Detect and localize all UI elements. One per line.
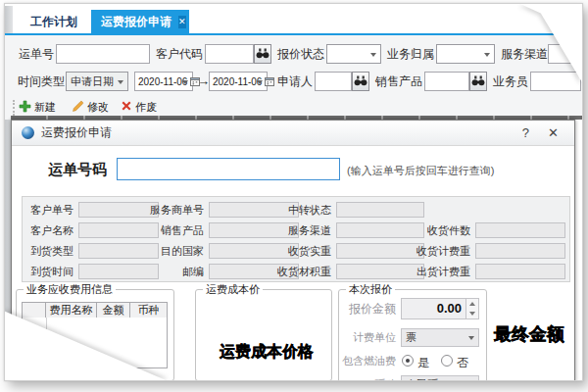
spin-down-button[interactable] [466, 309, 478, 318]
cost-overlay-text: 运费成本价格 [200, 342, 333, 363]
new-button-label: 新建 [34, 100, 56, 115]
dialog-close-button[interactable]: ✕ [548, 125, 559, 141]
pencil-icon [72, 100, 84, 115]
binoculars-icon [256, 45, 270, 63]
sales-product-lookup-button[interactable] [469, 72, 487, 91]
tab-freight-quote[interactable]: 运费报价申请 ✕ [91, 10, 189, 33]
field-label: 邮编 [145, 264, 204, 279]
waybill-number-label: 运单号码 [48, 161, 107, 179]
chevron-down-icon [468, 336, 474, 340]
quote-status-label: 报价状态 [277, 44, 324, 64]
time-type-select[interactable]: 申请日期 [66, 72, 128, 91]
fuel-yes-radio[interactable] [402, 355, 414, 367]
waybill-input[interactable] [56, 44, 150, 64]
field-value-box[interactable] [475, 243, 565, 259]
currency-label: 币种 [339, 374, 396, 381]
date-from-field[interactable]: 2020-11-06 [134, 72, 193, 91]
time-type-value: 申请日期 [71, 75, 114, 87]
chevron-down-icon [484, 53, 490, 57]
tab-close-icon[interactable]: ✕ [178, 16, 186, 28]
toolbar-grip [13, 100, 15, 116]
app-window: 工作计划 运费报价申请 ✕ 运单号 客户代码 报价状态 业务归属 服务渠道 时间… [4, 3, 583, 381]
clipped-corner-top-right [520, 4, 582, 82]
void-button-label: 作废 [135, 100, 157, 115]
quote-group-legend: 本次报价 [346, 283, 395, 296]
tab-work-plan-label: 工作计划 [30, 14, 77, 30]
quote-amount-value: 0.00 [437, 301, 462, 316]
customer-code-label: 客户代码 [156, 44, 203, 64]
billing-unit-value: 票 [406, 331, 416, 343]
field-value-box[interactable] [475, 264, 565, 279]
chevron-down-icon [370, 53, 376, 57]
applicant-input[interactable] [315, 72, 352, 91]
field-label: 收货实重 [272, 243, 331, 259]
dialog-title: 运费报价申请 [41, 124, 112, 141]
field-label: 客户名称 [24, 222, 74, 238]
billing-unit-select[interactable]: 票 [401, 328, 479, 347]
clipped-corner-bottom-left [4, 305, 165, 381]
modify-button-label: 修改 [87, 100, 109, 115]
field-label: 到货类型 [24, 243, 74, 259]
binoculars-icon [354, 73, 368, 90]
field-label: 中转状态 [272, 202, 331, 218]
quote-amount-spinner[interactable]: 0.00 [401, 298, 479, 319]
sales-product-label: 销售产品 [375, 72, 422, 91]
fuel-included-label: 包含燃油费 [339, 351, 396, 370]
spinner-buttons [466, 299, 478, 318]
currency-select[interactable]: 人民币 [401, 375, 479, 381]
screenshot-canvas: 工作计划 运费报价申请 ✕ 运单号 客户代码 报价状态 业务归属 服务渠道 时间… [0, 0, 588, 392]
billing-unit-label: 计费单位 [339, 327, 396, 347]
new-button[interactable]: 新建 [19, 97, 56, 117]
field-label: 到货时间 [24, 264, 74, 279]
field-label: 服务商单号 [145, 202, 204, 218]
field-label: 目的国家 [145, 243, 204, 259]
spin-up-button[interactable] [466, 299, 478, 309]
dialog-titlebar: 运费报价申请 [12, 121, 574, 146]
date-from-value: 2020-11-06 [138, 76, 187, 87]
date-to-field[interactable]: 2020-11-06 [209, 72, 268, 91]
quote-group: 本次报价 报价金额 0.00 计费单位 票 包含燃油费 是 否 币种 人民币 [338, 289, 487, 381]
plus-icon [19, 100, 31, 115]
tab-work-plan[interactable]: 工作计划 [17, 10, 91, 33]
dialog-help-button[interactable]: ? [522, 125, 529, 141]
tab-freight-quote-label: 运费报价申请 [101, 14, 172, 30]
x-mark-icon [121, 100, 132, 114]
waybill-label: 运单号 [19, 44, 54, 64]
field-value-box[interactable] [336, 202, 424, 218]
field-label: 销售产品 [145, 222, 204, 238]
filter-panel: 运单号 客户代码 报价状态 业务归属 服务渠道 时间类型 申请日期 2020-1… [5, 35, 582, 120]
chevron-down-icon [118, 80, 123, 84]
final-amount-overlay-text: 最终金额 [494, 322, 564, 346]
customer-code-input[interactable] [205, 44, 254, 64]
field-label: 服务渠道 [272, 222, 331, 238]
time-type-label: 时间类型 [18, 72, 65, 91]
field-value-box[interactable] [475, 222, 565, 238]
fees-group-legend: 业务应收费用信息 [24, 283, 116, 296]
field-label: 出货计费重 [412, 264, 470, 279]
quote-amount-label: 报价金额 [339, 299, 396, 318]
business-owner-select[interactable] [436, 44, 495, 64]
waybill-number-input[interactable] [117, 158, 340, 180]
business-owner-label: 业务归属 [387, 44, 434, 64]
modify-button[interactable]: 修改 [72, 97, 109, 117]
sales-product-input[interactable] [424, 72, 469, 91]
field-label: 收货件数 [412, 222, 470, 238]
fuel-no-radio[interactable] [441, 355, 453, 367]
calendar-icon [265, 76, 274, 86]
cost-group-legend: 运费成本价 [203, 283, 263, 296]
customer-code-lookup-button[interactable] [254, 44, 271, 64]
fuel-no-label: 否 [457, 355, 468, 371]
shipment-info-panel: 客户单号 服务商单号 中转状态 客户名称 销售产品 服务渠道 收货件数 到货类型… [22, 196, 570, 282]
date-to-value: 2020-11-06 [213, 76, 262, 87]
field-label: 收货材积重 [272, 264, 331, 279]
waybill-hint: (输入运单号后按回车进行查询) [347, 164, 494, 178]
chevron-down-icon [257, 80, 263, 84]
fuel-yes-label: 是 [417, 355, 429, 371]
field-label: 收货计费重 [412, 243, 470, 259]
currency-value: 人民币 [406, 378, 438, 381]
applicant-lookup-button[interactable] [352, 72, 369, 91]
cost-group: 运费成本价 [195, 289, 332, 381]
quote-status-select[interactable] [326, 44, 381, 64]
void-button[interactable]: 作废 [121, 97, 157, 117]
applicant-label: 申请人 [277, 72, 313, 91]
